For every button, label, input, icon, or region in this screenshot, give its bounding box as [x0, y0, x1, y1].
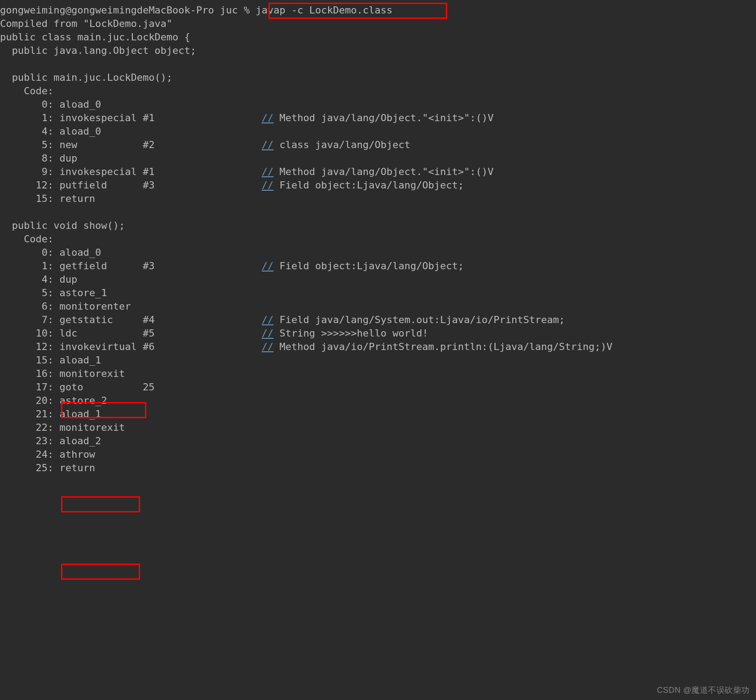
comment-slashes: // — [262, 179, 274, 191]
prompt-line[interactable]: gongweiming@gongweimingdeMacBook-Pro juc… — [0, 4, 392, 16]
bytecode-line: 1: invokespecial #1 — [0, 112, 154, 123]
bytecode-line: 20: astore_2 — [0, 395, 107, 406]
prompt-sep: % — [244, 4, 250, 16]
comment-slashes: // — [262, 314, 274, 325]
bytecode-line: 22: monitorexit — [0, 422, 125, 433]
comment-slashes: // — [262, 341, 274, 352]
bytecode-line: 8: dup — [0, 153, 77, 164]
bytecode-line: 24: athrow — [0, 449, 95, 460]
bytecode-line: 25: return — [0, 462, 95, 473]
bytecode-line: 6: monitorenter — [0, 301, 131, 312]
bytecode-line: 9: invokespecial #1 — [0, 166, 154, 177]
comment-slashes: // — [262, 260, 274, 271]
comment-text: String >>>>>>hello world! — [280, 328, 428, 339]
bytecode-line: 4: aload_0 — [0, 126, 101, 137]
bytecode-line: 10: ldc #5 — [0, 328, 154, 339]
ctor-sig: public main.juc.LockDemo(); — [0, 72, 172, 83]
comment-slashes: // — [262, 166, 274, 177]
bytecode-line: 21: aload_1 — [0, 408, 101, 420]
field-decl: public java.lang.Object object; — [0, 45, 196, 56]
prompt-dir: juc — [220, 4, 238, 16]
highlight-box-monitorexit-2 — [61, 564, 140, 580]
comment-text: Field java/lang/System.out:Ljava/io/Prin… — [280, 314, 565, 325]
bytecode-line: 15: aload_1 — [0, 354, 101, 366]
comment-slashes: // — [262, 328, 274, 339]
bytecode-line: 5: astore_1 — [0, 287, 107, 298]
comment-text: Method java/lang/Object."<init>":()V — [280, 166, 494, 177]
bytecode-line: 12: invokevirtual #6 — [0, 341, 154, 352]
watermark: CSDN @魔道不误砍柴功 — [657, 685, 750, 696]
class-decl: public class main.juc.LockDemo { — [0, 31, 190, 43]
show-sig: public void show(); — [0, 220, 125, 231]
bytecode-line: 15: return — [0, 193, 95, 204]
comment-text: Method java/lang/Object."<init>":()V — [280, 112, 494, 123]
highlight-box-monitorexit-1 — [61, 496, 140, 512]
comment-slashes: // — [262, 139, 274, 150]
code-label: Code: — [0, 233, 53, 245]
terminal-output: gongweiming@gongweimingdeMacBook-Pro juc… — [0, 0, 756, 475]
comment-text: Field object:Ljava/lang/Object; — [280, 260, 464, 271]
bytecode-line: 4: dup — [0, 274, 77, 285]
comment-text: Method java/io/PrintStream.println:(Ljav… — [280, 341, 613, 352]
bytecode-line: 23: aload_2 — [0, 435, 101, 446]
bytecode-line: 0: aload_0 — [0, 99, 101, 110]
bytecode-line: 0: aload_0 — [0, 247, 101, 258]
comment-text: class java/lang/Object — [280, 139, 410, 150]
prompt-user: gongweiming@gongweimingdeMacBook-Pro — [0, 4, 214, 16]
comment-text: Field object:Ljava/lang/Object; — [280, 179, 464, 191]
comment-slashes: // — [262, 112, 274, 123]
bytecode-line: 7: getstatic #4 — [0, 314, 154, 325]
code-label: Code: — [0, 85, 53, 96]
bytecode-line: 16: monitorexit — [0, 368, 125, 379]
bytecode-line: 5: new #2 — [0, 139, 154, 150]
bytecode-line: 17: goto 25 — [0, 381, 154, 393]
compiled-from: Compiled from "LockDemo.java" — [0, 18, 172, 29]
command-text: javap -c LockDemo.class — [256, 4, 393, 16]
bytecode-line: 1: getfield #3 — [0, 260, 154, 271]
bytecode-line: 12: putfield #3 — [0, 179, 154, 191]
